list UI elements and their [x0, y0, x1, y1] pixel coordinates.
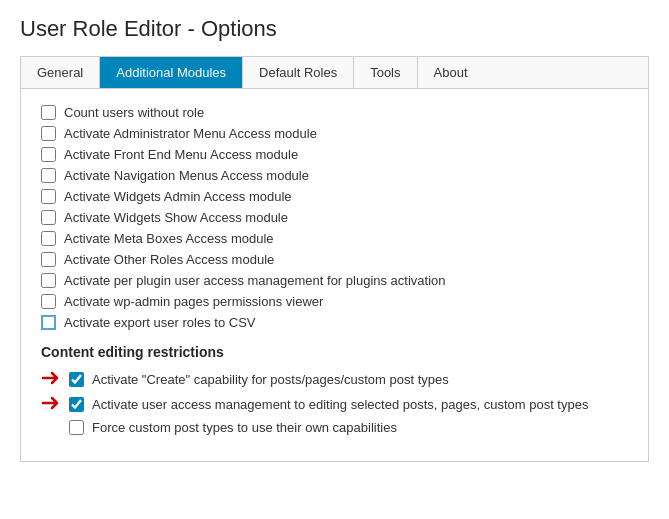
tab-additional-modules[interactable]: Additional Modules — [100, 57, 243, 88]
section-checkboxes-list: Activate "Create" capability for posts/p… — [41, 370, 628, 435]
checkbox-label-cb7: Activate Meta Boxes Access module — [64, 231, 274, 246]
checkbox-label-cb6: Activate Widgets Show Access module — [64, 210, 288, 225]
list-item: Activate user access management to editi… — [41, 395, 628, 414]
section-title-content-editing: Content editing restrictions — [41, 344, 628, 360]
tab-bar: General Additional Modules Default Roles… — [20, 56, 649, 88]
list-item: Activate Other Roles Access module — [41, 252, 628, 267]
tab-tools[interactable]: Tools — [354, 57, 417, 88]
list-item: Activate export user roles to CSV — [41, 315, 628, 330]
tab-default-roles[interactable]: Default Roles — [243, 57, 354, 88]
list-item: Activate Administrator Menu Access modul… — [41, 126, 628, 141]
checkbox-cb3[interactable] — [41, 147, 56, 162]
list-item: Activate "Create" capability for posts/p… — [41, 370, 628, 389]
checkbox-cb11[interactable] — [41, 315, 56, 330]
arrow-indicator — [41, 370, 65, 389]
list-item: Activate Widgets Show Access module — [41, 210, 628, 225]
checkbox-cb8[interactable] — [41, 252, 56, 267]
checkbox-label-cb11: Activate export user roles to CSV — [64, 315, 255, 330]
modules-list: Count users without roleActivate Adminis… — [41, 105, 628, 330]
list-item: Activate Meta Boxes Access module — [41, 231, 628, 246]
checkbox-cb7[interactable] — [41, 231, 56, 246]
checkbox-label-cb8: Activate Other Roles Access module — [64, 252, 274, 267]
checkbox-scb2[interactable] — [69, 397, 84, 412]
checkbox-label-cb3: Activate Front End Menu Access module — [64, 147, 298, 162]
list-item: Activate per plugin user access manageme… — [41, 273, 628, 288]
checkbox-cb1[interactable] — [41, 105, 56, 120]
checkbox-cb5[interactable] — [41, 189, 56, 204]
checkbox-cb2[interactable] — [41, 126, 56, 141]
checkbox-label-cb10: Activate wp-admin pages permissions view… — [64, 294, 323, 309]
list-item: Activate Widgets Admin Access module — [41, 189, 628, 204]
tab-content-additional-modules: Count users without roleActivate Adminis… — [20, 88, 649, 462]
list-item: Activate Front End Menu Access module — [41, 147, 628, 162]
list-item: Count users without role — [41, 105, 628, 120]
list-item: Activate wp-admin pages permissions view… — [41, 294, 628, 309]
checkbox-scb1[interactable] — [69, 372, 84, 387]
checkbox-cb10[interactable] — [41, 294, 56, 309]
arrow-indicator — [41, 395, 65, 414]
checkbox-label-cb2: Activate Administrator Menu Access modul… — [64, 126, 317, 141]
checkbox-cb9[interactable] — [41, 273, 56, 288]
checkbox-label-cb9: Activate per plugin user access manageme… — [64, 273, 446, 288]
tab-about[interactable]: About — [418, 57, 484, 88]
checkbox-label-scb1: Activate "Create" capability for posts/p… — [92, 372, 449, 387]
checkbox-label-cb4: Activate Navigation Menus Access module — [64, 168, 309, 183]
list-item: Activate Navigation Menus Access module — [41, 168, 628, 183]
checkbox-label-cb5: Activate Widgets Admin Access module — [64, 189, 292, 204]
checkbox-cb6[interactable] — [41, 210, 56, 225]
tab-general[interactable]: General — [21, 57, 100, 88]
checkbox-scb3[interactable] — [69, 420, 84, 435]
checkbox-label-scb2: Activate user access management to editi… — [92, 397, 588, 412]
page-title: User Role Editor - Options — [20, 16, 649, 42]
checkbox-label-scb3: Force custom post types to use their own… — [92, 420, 397, 435]
checkbox-label-cb1: Count users without role — [64, 105, 204, 120]
checkbox-cb4[interactable] — [41, 168, 56, 183]
list-item: Force custom post types to use their own… — [41, 420, 628, 435]
